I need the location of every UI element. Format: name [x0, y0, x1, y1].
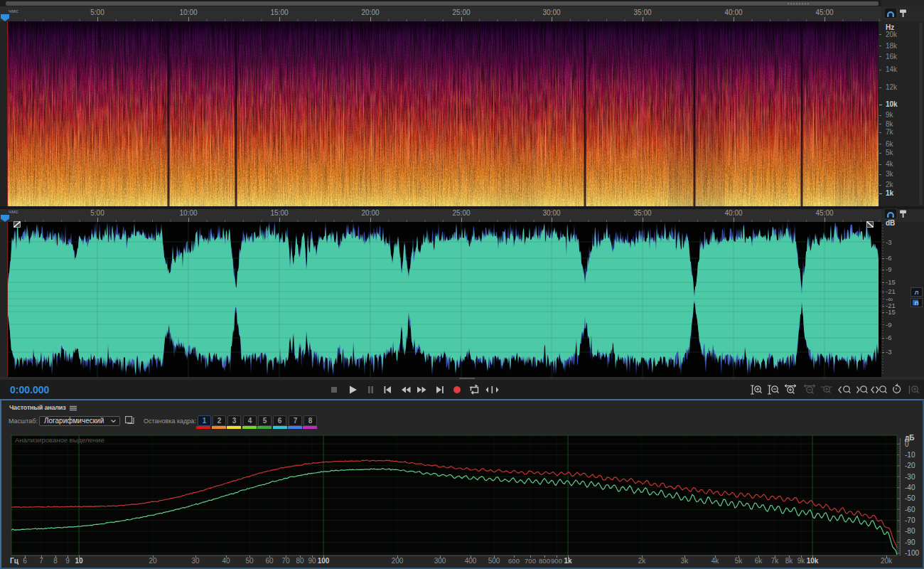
svg-text:700: 700 [525, 557, 536, 565]
svg-text:60: 60 [265, 557, 274, 565]
svg-text:-9: -9 [886, 321, 891, 329]
svg-text:4k: 4k [711, 557, 720, 565]
svg-text:6: 6 [23, 557, 27, 565]
svg-text:40: 40 [222, 557, 230, 565]
svg-text:-15: -15 [886, 308, 896, 316]
svg-text:300: 300 [434, 557, 446, 565]
svg-text:30: 30 [191, 557, 200, 565]
svg-text:-30: -30 [905, 473, 915, 481]
svg-text:50: 50 [245, 557, 254, 565]
svg-text:-3: -3 [886, 348, 891, 356]
svg-text:-10: -10 [905, 451, 915, 459]
svg-text:500: 500 [488, 557, 500, 565]
svg-text:600: 600 [508, 557, 520, 565]
svg-text:90: 90 [308, 557, 316, 565]
svg-text:-6: -6 [886, 254, 891, 262]
svg-text:-20: -20 [905, 462, 915, 469]
svg-text:-50: -50 [905, 494, 915, 502]
svg-text:900: 900 [551, 557, 562, 565]
svg-text:5k: 5k [735, 557, 743, 565]
svg-text:400: 400 [465, 557, 477, 565]
svg-text:6k: 6k [755, 557, 763, 565]
svg-text:70: 70 [281, 557, 290, 565]
svg-text:-70: -70 [905, 516, 915, 524]
svg-text:-90: -90 [905, 538, 915, 546]
svg-text:7k: 7k [771, 557, 780, 565]
svg-text:3k: 3k [681, 557, 689, 565]
svg-text:0: 0 [905, 440, 909, 448]
svg-text:9k: 9k [797, 557, 806, 565]
svg-text:-21: -21 [886, 287, 896, 295]
svg-text:-6: -6 [886, 334, 891, 341]
svg-text:-60: -60 [905, 506, 915, 514]
svg-text:8k: 8k [785, 557, 794, 565]
svg-text:80: 80 [296, 557, 304, 565]
svg-text:Гц: Гц [10, 557, 19, 565]
svg-text:9: 9 [65, 557, 70, 565]
svg-text:20: 20 [149, 557, 157, 565]
svg-text:-15: -15 [886, 278, 896, 286]
svg-text:-80: -80 [905, 527, 915, 535]
svg-text:-100: -100 [905, 549, 919, 557]
svg-text:-9: -9 [886, 265, 891, 273]
svg-text:dB: dB [886, 219, 895, 227]
svg-text:2k: 2k [638, 557, 647, 565]
svg-text:-40: -40 [905, 484, 915, 491]
svg-text:7: 7 [39, 557, 43, 565]
svg-text:8: 8 [53, 557, 58, 565]
svg-text:Л: Л [915, 289, 919, 296]
svg-text:П: П [915, 300, 919, 307]
svg-text:200: 200 [392, 557, 404, 565]
svg-text:-3: -3 [886, 238, 891, 246]
svg-text:20k: 20k [881, 557, 893, 565]
svg-text:800: 800 [539, 557, 550, 565]
